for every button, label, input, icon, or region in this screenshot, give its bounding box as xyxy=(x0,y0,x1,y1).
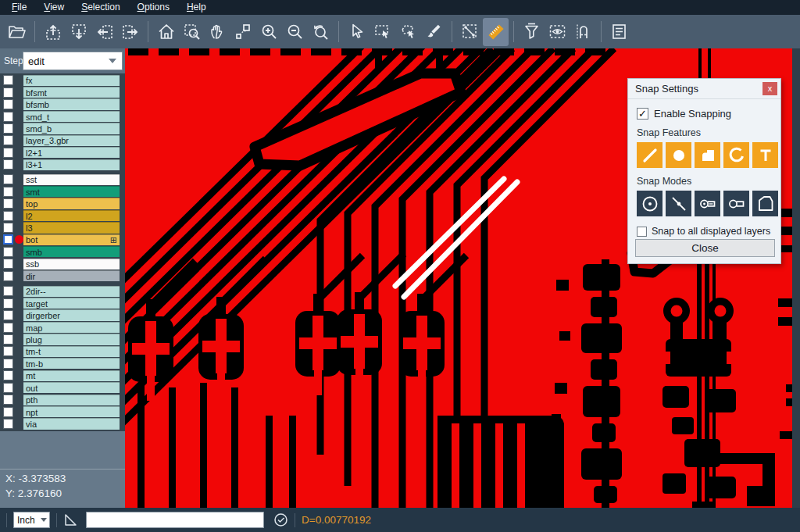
layer-row-map[interactable]: map xyxy=(0,321,125,333)
menu-help[interactable]: Help xyxy=(178,0,215,15)
move-left-button[interactable] xyxy=(91,18,117,46)
layer-band[interactable]: l3+1 xyxy=(23,159,120,170)
layer-row-smt[interactable]: smt xyxy=(0,185,125,197)
layer-band[interactable]: mt xyxy=(23,370,120,381)
dialog-close-icon[interactable]: x xyxy=(762,82,777,95)
layer-row-fx[interactable]: fx xyxy=(0,74,125,86)
layer-band[interactable]: bot⊞ xyxy=(23,234,120,245)
layer-band[interactable]: smd_t xyxy=(23,111,120,122)
layer-band[interactable]: plug xyxy=(23,334,120,345)
layer-row-dir[interactable]: dir xyxy=(0,270,125,282)
layer-visibility-checkbox[interactable] xyxy=(3,87,13,98)
layer-row-l2[interactable]: l2 xyxy=(0,209,125,221)
layer-visibility-checkbox[interactable] xyxy=(3,359,13,369)
layer-band[interactable]: pth xyxy=(23,395,120,405)
layer-visibility-checkbox[interactable] xyxy=(3,99,13,109)
layer-visibility-checkbox[interactable] xyxy=(3,123,13,134)
layer-band[interactable]: npt xyxy=(23,406,120,417)
layer-band[interactable]: ssb xyxy=(23,259,120,270)
layer-visibility-checkbox[interactable] xyxy=(3,148,13,158)
dialog-titlebar[interactable]: Snap Settings x xyxy=(628,79,780,99)
layer-visibility-checkbox[interactable] xyxy=(3,112,13,122)
move-up-button[interactable] xyxy=(40,18,66,46)
layer-band[interactable]: map xyxy=(23,322,120,333)
layer-visibility-checkbox[interactable] xyxy=(3,334,13,345)
layer-visibility-checkbox[interactable] xyxy=(3,198,13,209)
layer-visibility-checkbox[interactable] xyxy=(3,135,13,145)
move-object-button[interactable] xyxy=(230,18,256,46)
layer-visibility-checkbox[interactable] xyxy=(3,419,13,429)
layer-row-layer_3.gbr[interactable]: layer_3.gbr xyxy=(0,134,125,146)
snap-arc-button[interactable] xyxy=(723,142,749,168)
snap-text-button[interactable] xyxy=(752,142,778,168)
layer-visibility-checkbox[interactable] xyxy=(3,370,13,380)
measure-input[interactable] xyxy=(86,512,264,528)
layer-row-sst[interactable]: sst xyxy=(0,173,125,185)
menu-file[interactable]: File xyxy=(3,0,35,15)
move-down-button[interactable] xyxy=(66,18,91,46)
layer-row-top[interactable]: top xyxy=(0,198,125,209)
pan-button[interactable] xyxy=(205,18,230,46)
menu-options[interactable]: Options xyxy=(129,0,178,15)
layer-row-via[interactable]: via xyxy=(0,418,125,430)
snap-on-line-button[interactable] xyxy=(666,191,691,216)
layer-band[interactable]: l3 xyxy=(23,222,120,233)
layer-visibility-checkbox[interactable] xyxy=(3,159,13,170)
zoom-previous-button[interactable] xyxy=(308,18,334,46)
snap-line-button[interactable] xyxy=(637,142,662,168)
select-poly-button[interactable] xyxy=(395,18,421,46)
paint-button[interactable] xyxy=(421,18,447,46)
apply-check-icon[interactable] xyxy=(273,512,288,527)
layer-band[interactable]: via xyxy=(23,418,120,429)
layer-visibility-checkbox[interactable] xyxy=(3,395,13,405)
layer-visibility-checkbox[interactable] xyxy=(3,310,13,320)
layer-visibility-checkbox[interactable] xyxy=(3,75,13,85)
view-options-button[interactable] xyxy=(545,18,570,46)
layer-row-mt[interactable]: mt xyxy=(0,370,125,381)
zoom-in-button[interactable] xyxy=(256,18,282,46)
layer-visibility-checkbox[interactable] xyxy=(3,383,13,393)
ruler-button[interactable] xyxy=(483,18,509,46)
layer-band[interactable]: l2+1 xyxy=(23,147,120,158)
layer-row-bfsmt[interactable]: bfsmt xyxy=(0,86,125,98)
move-right-button[interactable] xyxy=(117,18,143,46)
zoom-out-button[interactable] xyxy=(282,18,308,46)
layer-row-dirgerber[interactable]: dirgerber xyxy=(0,309,125,321)
layer-band[interactable]: layer_3.gbr xyxy=(23,135,120,146)
layer-row-2dir--[interactable]: 2dir-- xyxy=(0,285,125,297)
layer-band[interactable]: smt xyxy=(23,186,120,197)
home-view-button[interactable] xyxy=(153,18,179,46)
enable-snapping-checkbox[interactable]: ✓ xyxy=(637,108,648,120)
layer-band[interactable]: bfsmb xyxy=(23,98,120,109)
grid-icon[interactable]: ⊞ xyxy=(110,235,117,245)
layer-band[interactable]: tm-b xyxy=(23,358,120,369)
layer-visibility-checkbox[interactable] xyxy=(3,323,13,333)
layer-band[interactable]: tm-t xyxy=(23,346,120,357)
layer-visibility-checkbox[interactable] xyxy=(3,286,13,296)
layer-row-l3[interactable]: l3 xyxy=(0,222,125,234)
layer-row-pth[interactable]: pth xyxy=(0,394,125,405)
snap-slot-button[interactable] xyxy=(723,191,749,216)
layer-row-out[interactable]: out xyxy=(0,382,125,394)
layer-band[interactable]: out xyxy=(23,382,120,393)
layer-visibility-checkbox[interactable] xyxy=(3,211,13,221)
layer-row-bfsmb[interactable]: bfsmb xyxy=(0,98,125,110)
layer-row-bot[interactable]: bot⊞ xyxy=(0,234,125,245)
layer-band[interactable]: bfsmt xyxy=(23,87,120,98)
menu-selection[interactable]: Selection xyxy=(73,0,128,15)
layer-visibility-checkbox[interactable] xyxy=(3,174,13,184)
layer-visibility-checkbox[interactable] xyxy=(3,407,13,417)
open-project-button[interactable] xyxy=(4,18,30,46)
layer-band[interactable]: 2dir-- xyxy=(23,286,120,297)
layer-row-npt[interactable]: npt xyxy=(0,405,125,417)
layer-visibility-checkbox[interactable] xyxy=(3,271,13,281)
layer-row-plug[interactable]: plug xyxy=(0,334,125,345)
layer-band[interactable]: smd_b xyxy=(23,123,120,134)
snap-center-button[interactable] xyxy=(637,191,662,216)
layer-band[interactable]: dir xyxy=(23,270,120,281)
snap-all-layers-checkbox[interactable] xyxy=(637,227,647,237)
snap-magnet-button[interactable] xyxy=(570,18,596,46)
layer-row-target[interactable]: target xyxy=(0,297,125,309)
select-rect-button[interactable] xyxy=(370,18,395,46)
layer-band[interactable]: smb xyxy=(23,246,120,257)
